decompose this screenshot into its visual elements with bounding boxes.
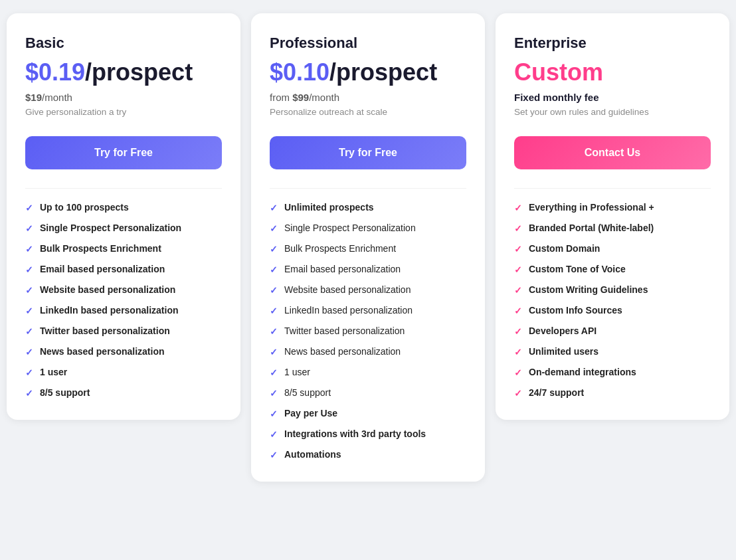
feature-text: Branded Portal (White-label)	[529, 223, 654, 233]
check-icon: ✓	[270, 429, 278, 440]
features-list-professional: ✓Unlimited prospects✓Single Prospect Per…	[270, 202, 466, 460]
check-icon: ✓	[25, 388, 33, 399]
list-item: ✓Pay per Use	[270, 408, 466, 419]
list-item: ✓Branded Portal (White-label)	[514, 223, 711, 234]
plan-price-basic: $0.19/prospect	[25, 58, 222, 86]
list-item: ✓1 user	[270, 367, 466, 378]
check-icon: ✓	[270, 203, 278, 213]
plan-desc-basic: Give personalization a try	[25, 107, 222, 120]
list-item: ✓24/7 support	[514, 387, 711, 399]
check-icon: ✓	[25, 367, 33, 378]
check-icon: ✓	[270, 409, 278, 419]
check-icon: ✓	[514, 306, 522, 316]
list-item: ✓News based personalization	[25, 346, 222, 357]
feature-text: Single Prospect Personalization	[284, 223, 416, 233]
list-item: ✓Automations	[270, 449, 466, 460]
feature-text: 24/7 support	[529, 387, 584, 398]
check-icon: ✓	[270, 285, 278, 296]
feature-text: Email based personalization	[40, 264, 165, 274]
feature-text: 8/5 support	[284, 387, 331, 398]
list-item: ✓Everything in Professional +	[514, 202, 711, 213]
check-icon: ✓	[270, 388, 278, 399]
feature-text: LinkedIn based personalization	[284, 305, 413, 316]
list-item: ✓Twitter based personalization	[270, 326, 466, 337]
feature-text: Custom Tone of Voice	[529, 264, 626, 274]
feature-text: Automations	[284, 449, 341, 460]
list-item: ✓8/5 support	[25, 387, 222, 399]
check-icon: ✓	[25, 285, 33, 296]
check-icon: ✓	[270, 326, 278, 337]
feature-text: Integrations with 3rd party tools	[284, 428, 426, 439]
list-item: ✓Single Prospect Personalization	[270, 223, 466, 234]
list-item: ✓Integrations with 3rd party tools	[270, 428, 466, 440]
list-item: ✓Website based personalization	[25, 284, 222, 296]
list-item: ✓Email based personalization	[25, 264, 222, 275]
divider-professional	[270, 188, 466, 189]
plan-name-professional: Professional	[270, 35, 466, 52]
features-list-enterprise: ✓Everything in Professional +✓Branded Po…	[514, 202, 711, 399]
feature-text: 1 user	[284, 367, 310, 377]
feature-text: Pay per Use	[284, 408, 337, 419]
list-item: ✓Website based personalization	[270, 284, 466, 296]
check-icon: ✓	[270, 450, 278, 460]
features-list-basic: ✓Up to 100 prospects✓Single Prospect Per…	[25, 202, 222, 399]
feature-text: On-demand integrations	[529, 367, 636, 377]
list-item: ✓Custom Tone of Voice	[514, 264, 711, 275]
list-item: ✓News based personalization	[270, 346, 466, 357]
plan-desc-enterprise: Set your own rules and guidelines	[514, 107, 711, 120]
feature-text: Developers API	[529, 326, 597, 336]
check-icon: ✓	[514, 347, 522, 357]
check-icon: ✓	[270, 264, 278, 275]
plan-name-basic: Basic	[25, 35, 222, 52]
check-icon: ✓	[270, 223, 278, 234]
list-item: ✓Unlimited prospects	[270, 202, 466, 213]
feature-text: Twitter based personalization	[284, 326, 405, 336]
check-icon: ✓	[514, 264, 522, 275]
plan-period-basic: $19/month	[25, 92, 222, 103]
check-icon: ✓	[514, 223, 522, 234]
list-item: ✓Custom Info Sources	[514, 305, 711, 316]
check-icon: ✓	[270, 367, 278, 378]
divider-enterprise	[514, 188, 711, 189]
price-amount-basic: $0.19	[25, 58, 85, 86]
pricing-container: Basic$0.19/prospect$19/monthGive persona…	[7, 13, 729, 482]
price-suffix-professional: /prospect	[329, 58, 437, 86]
cta-button-professional[interactable]: Try for Free	[270, 136, 466, 169]
divider-basic	[25, 188, 222, 189]
list-item: ✓On-demand integrations	[514, 367, 711, 378]
list-item: ✓LinkedIn based personalization	[25, 305, 222, 316]
list-item: ✓1 user	[25, 367, 222, 378]
feature-text: Unlimited prospects	[284, 202, 374, 213]
check-icon: ✓	[514, 244, 522, 254]
feature-text: Unlimited users	[529, 346, 598, 357]
pricing-card-basic: Basic$0.19/prospect$19/monthGive persona…	[7, 13, 240, 420]
list-item: ✓LinkedIn based personalization	[270, 305, 466, 316]
list-item: ✓Bulk Prospects Enrichment	[270, 243, 466, 254]
list-item: ✓Single Prospect Personalization	[25, 223, 222, 234]
price-suffix-basic: /prospect	[85, 58, 193, 86]
feature-text: Up to 100 prospects	[40, 202, 129, 213]
check-icon: ✓	[514, 203, 522, 213]
feature-text: Custom Writing Guidelines	[529, 284, 648, 295]
feature-text: Custom Info Sources	[529, 305, 622, 316]
list-item: ✓Developers API	[514, 326, 711, 337]
list-item: ✓Twitter based personalization	[25, 326, 222, 337]
feature-text: 1 user	[40, 367, 67, 377]
check-icon: ✓	[25, 223, 33, 234]
cta-button-enterprise[interactable]: Contact Us	[514, 136, 711, 169]
plan-fixed-fee-enterprise: Fixed monthly fee	[514, 92, 711, 103]
plan-desc-professional: Personalize outreach at scale	[270, 107, 466, 120]
check-icon: ✓	[514, 285, 522, 296]
plan-custom-price-enterprise: Custom	[514, 58, 711, 86]
cta-button-basic[interactable]: Try for Free	[25, 136, 222, 169]
price-amount-professional: $0.10	[270, 58, 329, 86]
check-icon: ✓	[25, 203, 33, 213]
list-item: ✓Custom Domain	[514, 243, 711, 254]
check-icon: ✓	[270, 306, 278, 316]
feature-text: Custom Domain	[529, 243, 600, 254]
list-item: ✓Email based personalization	[270, 264, 466, 275]
list-item: ✓8/5 support	[270, 387, 466, 399]
check-icon: ✓	[270, 244, 278, 254]
pricing-card-enterprise: EnterpriseCustomFixed monthly feeSet you…	[496, 13, 729, 420]
feature-text: Email based personalization	[284, 264, 401, 274]
